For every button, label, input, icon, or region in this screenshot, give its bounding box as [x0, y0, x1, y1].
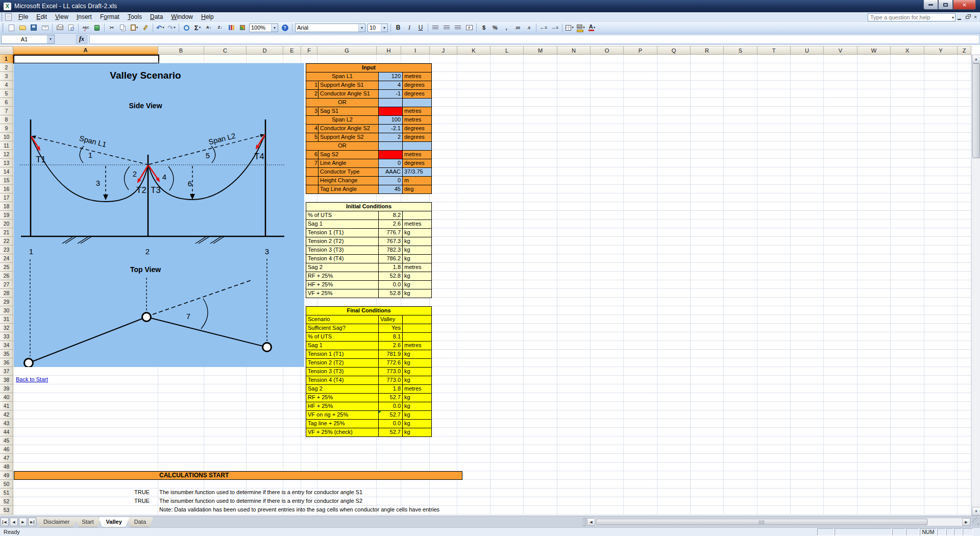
- row-header-10[interactable]: 10: [0, 133, 13, 141]
- help-question-input[interactable]: Type a question for help ▾: [868, 13, 955, 21]
- input-row-number[interactable]: 6: [306, 151, 318, 159]
- back-to-start-link[interactable]: Back to Start: [16, 376, 48, 382]
- column-header-j[interactable]: J: [430, 46, 457, 55]
- row-header-17[interactable]: 17: [0, 193, 13, 202]
- input-value[interactable]: [379, 151, 403, 159]
- percent-button[interactable]: %: [490, 23, 500, 33]
- condition-label[interactable]: Tag line + 25%: [306, 420, 379, 428]
- row-header-18[interactable]: 18: [0, 202, 13, 211]
- input-row-number[interactable]: 4: [306, 125, 318, 133]
- chevron-down-icon[interactable]: ▾: [162, 26, 164, 30]
- row-header-2[interactable]: 2: [0, 63, 13, 72]
- chevron-down-icon[interactable]: ▾: [136, 26, 138, 30]
- undo-button[interactable]: ↶▾: [155, 23, 165, 33]
- tab-split-handle[interactable]: [583, 518, 585, 526]
- row-header-45[interactable]: 45: [0, 436, 13, 445]
- input-unit[interactable]: degrees: [403, 81, 432, 90]
- align-right-button[interactable]: [453, 23, 463, 33]
- row-header-47[interactable]: 47: [0, 454, 13, 462]
- condition-unit[interactable]: kg: [403, 272, 432, 281]
- input-label[interactable]: Sag S1: [318, 107, 379, 116]
- condition-label[interactable]: RF + 25%: [306, 272, 379, 281]
- input-value[interactable]: 0: [379, 159, 403, 168]
- condition-value[interactable]: 8.1: [379, 333, 403, 342]
- minimize-button[interactable]: [923, 0, 938, 10]
- chevron-down-icon[interactable]: ▾: [594, 26, 596, 30]
- condition-label[interactable]: Sag 2: [306, 263, 379, 272]
- input-unit[interactable]: [403, 142, 432, 151]
- condition-value[interactable]: Yes: [379, 324, 403, 333]
- input-value[interactable]: 4: [379, 81, 403, 90]
- column-header-a[interactable]: A: [13, 46, 158, 55]
- tab-valley[interactable]: Valley: [99, 517, 130, 527]
- comma-button[interactable]: ,: [501, 23, 511, 33]
- input-row-number[interactable]: 3: [306, 107, 318, 116]
- chevron-down-icon[interactable]: ▾: [271, 24, 278, 32]
- workbook-restore-button[interactable]: [964, 13, 971, 21]
- tab-disclaimer[interactable]: Disclaimer: [36, 517, 77, 527]
- column-header-u[interactable]: U: [791, 46, 824, 55]
- font-size-combo[interactable]: 10▾: [368, 23, 388, 32]
- condition-value[interactable]: 52.7: [379, 394, 403, 402]
- condition-value[interactable]: 786.2: [379, 255, 403, 263]
- condition-unit[interactable]: kg: [403, 402, 432, 411]
- input-value[interactable]: [379, 142, 403, 151]
- column-header-p[interactable]: P: [624, 46, 657, 55]
- condition-unit[interactable]: kg: [403, 420, 432, 428]
- increase-indent-button[interactable]: →≡: [550, 23, 560, 33]
- first-sheet-button[interactable]: ◀: [1, 518, 9, 526]
- column-header-d[interactable]: D: [247, 46, 283, 55]
- menu-help[interactable]: Help: [197, 12, 218, 21]
- condition-label[interactable]: Tension 2 (T2): [306, 237, 379, 246]
- format-painter-button[interactable]: [140, 23, 151, 33]
- chart-wizard-button[interactable]: [226, 23, 236, 33]
- condition-unit[interactable]: metres: [403, 385, 432, 394]
- row-header-38[interactable]: 38: [0, 376, 13, 384]
- input-label[interactable]: Span L2: [306, 116, 379, 125]
- condition-unit[interactable]: [403, 211, 432, 220]
- menu-insert[interactable]: Insert: [72, 12, 96, 21]
- email-button[interactable]: [40, 23, 50, 33]
- resize-grip[interactable]: [972, 517, 979, 526]
- input-value[interactable]: -1: [379, 90, 403, 99]
- row-header-11[interactable]: 11: [0, 141, 13, 150]
- column-header-w[interactable]: W: [857, 46, 891, 55]
- row-header-31[interactable]: 31: [0, 315, 13, 324]
- row-header-43[interactable]: 43: [0, 419, 13, 428]
- condition-label[interactable]: VF + 25% (check): [306, 428, 379, 437]
- font-combo[interactable]: Arial▾: [295, 23, 365, 32]
- spelling-button[interactable]: ABC: [81, 23, 91, 33]
- input-unit[interactable]: deg: [403, 185, 432, 194]
- menu-window[interactable]: Window: [167, 12, 197, 21]
- input-unit[interactable]: metres: [403, 72, 432, 81]
- row-header-6[interactable]: 6: [0, 98, 13, 107]
- tab-data[interactable]: Data: [127, 517, 154, 527]
- condition-value[interactable]: 52.8: [379, 289, 403, 298]
- condition-value[interactable]: 0.0: [379, 281, 403, 289]
- scroll-up-button[interactable]: ▲: [972, 55, 980, 63]
- horizontal-scrollbar[interactable]: ◀ ▶: [586, 518, 971, 526]
- input-label[interactable]: Support Angle S2: [318, 133, 379, 142]
- bold-button[interactable]: B: [393, 23, 403, 33]
- research-button[interactable]: [92, 23, 102, 33]
- row-header-14[interactable]: 14: [0, 167, 13, 176]
- condition-label[interactable]: Tension 1 (T1): [306, 229, 379, 237]
- row-header-40[interactable]: 40: [0, 393, 13, 402]
- menu-view[interactable]: View: [51, 12, 72, 21]
- row-header-20[interactable]: 20: [0, 220, 13, 228]
- chevron-down-icon[interactable]: ▾: [952, 15, 954, 20]
- condition-label[interactable]: % of UTS: [306, 211, 379, 220]
- row-header-16[interactable]: 16: [0, 185, 13, 193]
- input-row-number[interactable]: 1: [306, 81, 318, 90]
- align-center-button[interactable]: [442, 23, 452, 33]
- open-button[interactable]: [17, 23, 28, 33]
- column-header-m[interactable]: M: [524, 46, 557, 55]
- condition-value[interactable]: 1.8: [379, 385, 403, 394]
- condition-unit[interactable]: [403, 324, 432, 333]
- vertical-scroll-thumb[interactable]: [972, 63, 980, 158]
- column-header-s[interactable]: S: [724, 46, 757, 55]
- condition-label[interactable]: HF + 25%: [306, 402, 379, 411]
- input-row-number[interactable]: [306, 177, 318, 185]
- input-unit[interactable]: [403, 99, 432, 107]
- font-color-button[interactable]: A▾: [587, 23, 597, 33]
